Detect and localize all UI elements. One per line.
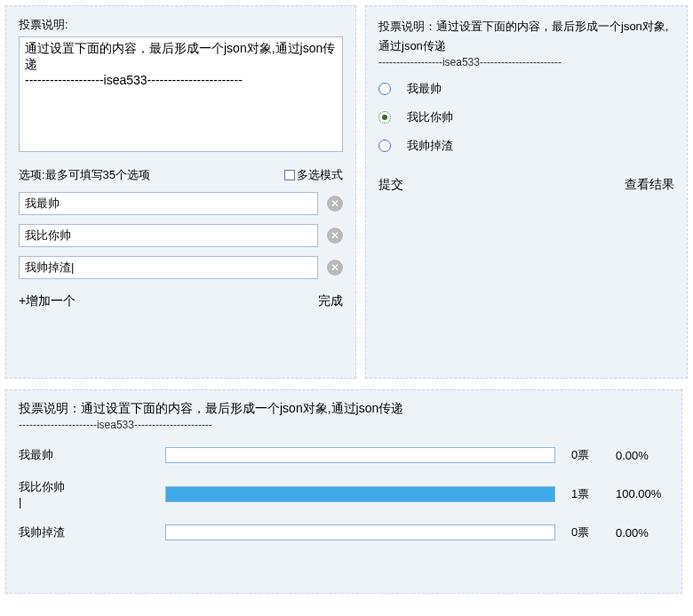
vote-desc-prefix: 投票说明： <box>378 20 436 33</box>
vote-description: 投票说明：通过设置下面的内容，最后形成一个json对象,通过json传递 <box>378 17 674 56</box>
multiselect-toggle[interactable]: 多选模式 <box>284 167 343 183</box>
add-option-button[interactable]: +增加一个 <box>19 293 76 309</box>
vote-option-label: 我最帅 <box>407 81 442 97</box>
options-count-label: 选项:最多可填写35个选项 <box>19 167 150 183</box>
editor-desc-label: 投票说明: <box>19 17 343 33</box>
result-bar <box>165 486 555 502</box>
result-desc-body: 通过设置下面的内容，最后形成一个json对象,通过json传递 <box>81 401 403 415</box>
editor-desc-textarea[interactable]: 通过设置下面的内容，最后形成一个json对象,通过json传递 --------… <box>19 36 343 152</box>
multiselect-label: 多选模式 <box>297 167 343 183</box>
radio-icon <box>378 140 391 152</box>
option-row: ✕ <box>19 224 343 247</box>
result-label: 我帅掉渣 <box>19 524 165 540</box>
result-rule-line: ----------------------isea533-----------… <box>19 419 669 431</box>
submit-button[interactable]: 提交 <box>378 177 403 193</box>
editor-panel: 投票说明: 通过设置下面的内容，最后形成一个json对象,通过json传递 --… <box>5 5 356 379</box>
result-count: 0票 <box>571 447 616 463</box>
result-count: 0票 <box>571 524 616 540</box>
vote-rule-line: ------------------isea533---------------… <box>378 56 674 68</box>
result-percent: 100.00% <box>616 487 669 500</box>
result-percent: 0.00% <box>616 526 669 540</box>
result-row: 我最帅 0票 0.00% <box>19 447 669 463</box>
radio-icon <box>378 111 391 124</box>
result-percent: 0.00% <box>616 449 669 462</box>
remove-option-icon[interactable]: ✕ <box>327 196 343 212</box>
vote-panel: 投票说明：通过设置下面的内容，最后形成一个json对象,通过json传递 ---… <box>365 5 688 379</box>
vote-option[interactable]: 我帅掉渣 <box>378 138 674 154</box>
result-bar-fill <box>166 487 554 501</box>
result-count: 1票 <box>571 486 616 502</box>
result-description: 投票说明：通过设置下面的内容，最后形成一个json对象,通过json传递 <box>19 401 669 417</box>
result-bar <box>165 447 555 463</box>
result-row: 我比你帅 | 1票 100.00% <box>19 479 669 508</box>
radio-icon <box>378 83 391 95</box>
checkbox-icon <box>284 170 295 180</box>
vote-option-label: 我帅掉渣 <box>407 138 453 154</box>
view-results-button[interactable]: 查看结果 <box>625 177 674 193</box>
result-label: 我比你帅 | <box>19 479 165 508</box>
option-input[interactable] <box>19 224 318 247</box>
result-label: 我最帅 <box>19 447 165 463</box>
result-row: 我帅掉渣 0票 0.00% <box>19 524 669 540</box>
option-input[interactable] <box>19 256 318 279</box>
result-desc-prefix: 投票说明： <box>19 401 81 415</box>
option-input[interactable] <box>19 192 318 215</box>
option-row: ✕ <box>19 256 343 279</box>
result-bar <box>165 524 555 540</box>
remove-option-icon[interactable]: ✕ <box>327 260 343 276</box>
vote-option[interactable]: 我比你帅 <box>378 109 674 125</box>
remove-option-icon[interactable]: ✕ <box>327 228 343 244</box>
vote-option-label: 我比你帅 <box>407 109 453 125</box>
cursor-pipe: | <box>19 495 21 508</box>
vote-option[interactable]: 我最帅 <box>378 81 674 97</box>
done-button[interactable]: 完成 <box>318 293 343 309</box>
result-panel: 投票说明：通过设置下面的内容，最后形成一个json对象,通过json传递 ---… <box>5 389 682 594</box>
option-row: ✕ <box>19 192 343 215</box>
